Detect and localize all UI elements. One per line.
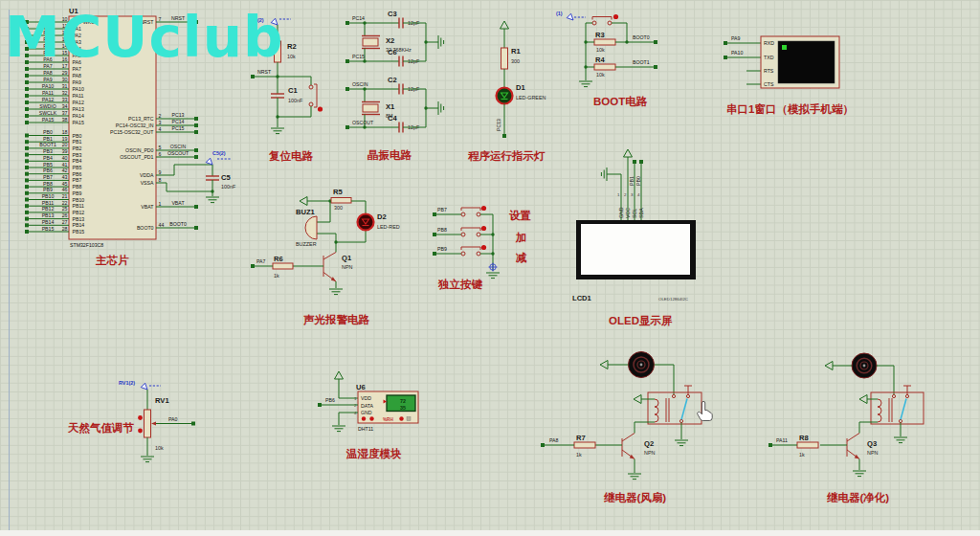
terminal-cursor bbox=[782, 45, 787, 50]
oled-ref: LCD1 bbox=[572, 294, 592, 302]
potentiometer[interactable] bbox=[138, 410, 156, 437]
resistor-body[interactable] bbox=[273, 263, 293, 269]
probe-label: C5(2) bbox=[212, 150, 226, 156]
net-label: BOOT1 bbox=[633, 59, 650, 65]
svg-text:PB13: PB13 bbox=[73, 216, 85, 222]
svg-text:PA11: PA11 bbox=[73, 93, 84, 99]
pin-num: 3 bbox=[159, 120, 162, 125]
oled-pin-name: SDA bbox=[638, 208, 644, 218]
terminal-pin: TXD bbox=[764, 55, 774, 60]
pot-value: 10k bbox=[155, 445, 164, 451]
svg-text:18: 18 bbox=[62, 129, 68, 135]
pin-num: 1 bbox=[617, 192, 620, 197]
npn-transistor[interactable] bbox=[622, 434, 635, 459]
svg-text:PA14: PA14 bbox=[73, 113, 84, 119]
power-arrow-icon bbox=[825, 362, 833, 370]
watermark: MCUclub bbox=[5, 10, 283, 65]
npn-transistor[interactable] bbox=[323, 253, 336, 282]
net-label: PB7 bbox=[437, 207, 447, 212]
crystal-body[interactable] bbox=[363, 38, 378, 46]
dht-adjust-dot[interactable] bbox=[369, 416, 373, 420]
crystal-body[interactable] bbox=[363, 104, 378, 112]
resistor-body[interactable] bbox=[797, 442, 818, 448]
svg-text:32: 32 bbox=[62, 90, 68, 96]
net-label: PA8 bbox=[549, 437, 559, 443]
svg-text:PB7: PB7 bbox=[73, 177, 82, 183]
alarm-module: R5 300 BUZ1 BUZZER D2 LED-RED Q1 NPN R6 … bbox=[251, 188, 400, 325]
voltage-probe-icon[interactable] bbox=[206, 158, 212, 165]
svg-text:37: 37 bbox=[62, 110, 68, 116]
resistor-body[interactable] bbox=[501, 48, 508, 69]
voltage-probe-icon[interactable] bbox=[141, 383, 147, 390]
pin-num: 2 bbox=[159, 113, 162, 119]
svg-text:PB8: PB8 bbox=[73, 184, 82, 190]
chip-left-pins-pb: PB0 18 PB0 PB1 19 PB1 BOOT1 20 PB2 PB3 3… bbox=[25, 129, 84, 234]
svg-text:33: 33 bbox=[62, 97, 68, 102]
gas-adjust-module: RV1(2) RV1 PA0 10k 天然气值调节 bbox=[67, 380, 195, 462]
net-label: PC13 bbox=[172, 112, 185, 118]
capacitor-value: 100nF bbox=[221, 184, 236, 190]
button-state-dot[interactable] bbox=[481, 206, 486, 211]
voltage-probe-icon[interactable] bbox=[567, 13, 573, 20]
fan-motor[interactable] bbox=[629, 352, 655, 378]
net-label: PB8 bbox=[437, 227, 447, 233]
dht-pin-name: VDD bbox=[361, 395, 371, 401]
resistor-body[interactable] bbox=[594, 64, 615, 70]
svg-text:46: 46 bbox=[62, 187, 68, 192]
module-caption: 温湿度模块 bbox=[345, 447, 402, 459]
oled-pin-name: VCC bbox=[625, 208, 631, 218]
led-ref: D1 bbox=[516, 83, 525, 92]
svg-text:PB2: PB2 bbox=[73, 145, 82, 151]
pot-increase-dot[interactable] bbox=[138, 415, 143, 420]
svg-text:PB10: PB10 bbox=[42, 193, 55, 199]
resistor-body[interactable] bbox=[574, 442, 595, 448]
pot-decrease-dot[interactable] bbox=[138, 429, 143, 434]
svg-text:PA13: PA13 bbox=[73, 106, 84, 112]
svg-text:PB6: PB6 bbox=[43, 168, 53, 173]
svg-text:SWCLK: SWCLK bbox=[39, 110, 57, 116]
led-red[interactable] bbox=[358, 214, 374, 231]
pin-inner: BOOT0 bbox=[137, 225, 154, 231]
dht-mode-icon[interactable] bbox=[407, 417, 411, 421]
led-type: LED-RED bbox=[377, 224, 400, 230]
npn-transistor[interactable] bbox=[847, 434, 859, 459]
button-state-dot[interactable] bbox=[613, 14, 618, 19]
svg-text:28: 28 bbox=[62, 226, 68, 232]
dht-adjust-dot[interactable] bbox=[362, 416, 366, 420]
resistor-body[interactable] bbox=[331, 198, 351, 204]
button-state-dot[interactable] bbox=[481, 226, 486, 231]
transistor-ref: Q1 bbox=[342, 254, 352, 262]
svg-text:25: 25 bbox=[62, 206, 68, 212]
svg-text:PB11: PB11 bbox=[42, 200, 54, 206]
resistor-body[interactable] bbox=[594, 39, 615, 45]
relay-component[interactable] bbox=[648, 386, 702, 424]
net-label: PA0 bbox=[168, 416, 178, 422]
svg-text:PB14: PB14 bbox=[42, 219, 55, 225]
dht-adjust-dot[interactable] bbox=[399, 416, 403, 420]
button-state-dot[interactable] bbox=[318, 106, 323, 111]
net-label: VBAT bbox=[171, 200, 185, 206]
svg-text:PB3: PB3 bbox=[73, 152, 82, 158]
relay-component[interactable] bbox=[871, 386, 924, 424]
power-arrow-icon bbox=[624, 149, 633, 157]
button-state-dot[interactable] bbox=[481, 245, 486, 250]
svg-text:31: 31 bbox=[62, 83, 68, 89]
svg-text:PA10: PA10 bbox=[42, 83, 54, 89]
net-label: PB0 bbox=[635, 176, 641, 186]
buzzer-body[interactable] bbox=[305, 216, 317, 239]
svg-text:PB1: PB1 bbox=[73, 139, 82, 145]
led-green[interactable] bbox=[497, 88, 513, 104]
module-caption: 串口1窗口（模拟手机端） bbox=[726, 102, 854, 116]
oled-part: OLED12864I2C bbox=[658, 297, 688, 302]
origin-marker-icon bbox=[489, 263, 498, 272]
transistor-ref: Q3 bbox=[867, 439, 877, 448]
svg-text:PA8: PA8 bbox=[43, 70, 53, 76]
relay-switch-blade bbox=[681, 399, 687, 420]
oled-pin-name: GND bbox=[618, 207, 624, 218]
resistor-ref: R2 bbox=[287, 42, 297, 51]
resistor-ref: R1 bbox=[511, 47, 521, 56]
pin-num: 4 bbox=[159, 126, 162, 132]
svg-text:PB3: PB3 bbox=[43, 148, 53, 154]
net-label: OSCOUT bbox=[352, 120, 374, 125]
purifier-motor[interactable] bbox=[852, 353, 877, 378]
